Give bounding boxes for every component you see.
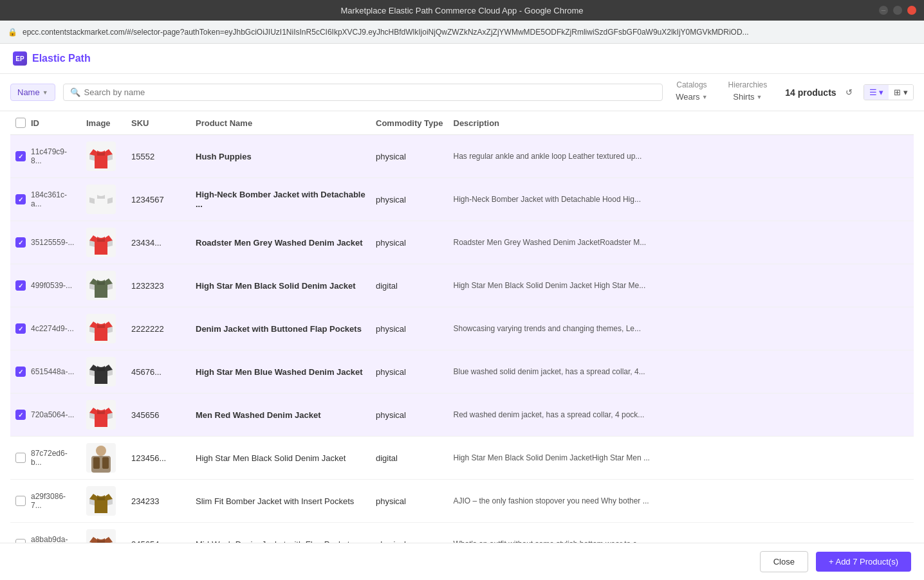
footer: Close + Add 7 Product(s) <box>0 543 924 580</box>
products-table: ID Image SKU Product Name Commodity Type… <box>10 111 914 563</box>
list-view-button[interactable]: ☰ ▾ <box>864 85 889 100</box>
cell-sku: 123456... <box>126 437 190 480</box>
cell-id: 6515448a-... <box>10 350 81 394</box>
cell-id: a29f3086-7... <box>10 480 81 523</box>
cell-name: High Star Men Black Solid Denim Jacket <box>190 264 371 307</box>
app-header: EP Elastic Path <box>0 44 924 74</box>
cell-type: physical <box>371 135 448 178</box>
header-description: Description <box>448 111 914 135</box>
cell-description: AJIO – the only fashion stopover you nee… <box>448 480 914 523</box>
shirts-filter-button[interactable]: Shirts ▼ <box>728 89 767 104</box>
cell-image <box>81 437 126 480</box>
header-image: Image <box>81 111 126 135</box>
cell-type: physical <box>371 394 448 437</box>
table-row: 720a5064-... 345656 Men Red Washed Denim… <box>10 394 914 437</box>
product-image <box>86 228 116 257</box>
cell-name: Men Red Washed Denim Jacket <box>190 394 371 437</box>
row-checkbox[interactable] <box>15 194 26 204</box>
cell-type: physical <box>371 178 448 221</box>
cell-sku: 234233 <box>126 480 190 523</box>
row-checkbox[interactable] <box>15 280 26 291</box>
grid-view-button[interactable]: ⊞ ▾ <box>889 85 913 100</box>
row-checkbox[interactable] <box>15 453 26 463</box>
search-icon: 🔍 <box>70 87 80 97</box>
cell-image <box>81 307 126 350</box>
table-header: ID Image SKU Product Name Commodity Type… <box>10 111 914 135</box>
cell-description: High Star Men Black Solid Denim JacketHi… <box>448 437 914 480</box>
shirts-label: Shirts <box>733 92 754 102</box>
cell-id: 35125559-... <box>10 221 81 264</box>
cell-id: 720a5064-... <box>10 394 81 437</box>
product-image <box>86 185 116 214</box>
table-row: 87c72ed6-b... 123456... High Star Men Bl… <box>10 437 914 480</box>
row-checkbox[interactable] <box>15 496 26 506</box>
product-image <box>86 314 116 343</box>
row-checkbox[interactable] <box>15 323 26 334</box>
wears-filter-button[interactable]: Wears ▼ <box>670 89 712 104</box>
select-all-checkbox[interactable] <box>15 118 26 128</box>
logo: EP Elastic Path <box>13 51 91 66</box>
minimize-button[interactable]: ─ <box>879 6 888 15</box>
cell-name: Denim Jacket with Buttoned Flap Pockets <box>190 307 371 350</box>
header-commodity-type: Commodity Type <box>371 111 448 135</box>
cell-image <box>81 350 126 394</box>
cell-description: Blue washed solid denim jacket, has a sp… <box>448 350 914 394</box>
add-products-button[interactable]: + Add 7 Product(s) <box>816 552 911 572</box>
cell-type: physical <box>371 350 448 394</box>
row-checkbox[interactable] <box>15 367 26 377</box>
add-label: + Add 7 Product(s) <box>829 557 898 566</box>
product-image <box>86 141 116 171</box>
cell-description: Red washed denim jacket, has a spread co… <box>448 394 914 437</box>
cell-sku: 2222222 <box>126 307 190 350</box>
table-body: 11c479c9-8... 15552 Hush Puppies physica… <box>10 135 914 563</box>
row-checkbox[interactable] <box>15 410 26 420</box>
refresh-button[interactable]: ↺ <box>840 84 858 102</box>
cell-sku: 15552 <box>126 135 190 178</box>
product-image <box>86 400 116 430</box>
url-text[interactable]: epcc.contentstackmarket.com/#/selector-p… <box>23 28 916 37</box>
cell-description: High-Neck Bomber Jacket with Detachable … <box>448 178 914 221</box>
cell-id: 499f0539-... <box>10 264 81 307</box>
table-row: a29f3086-7... 234233 Slim Fit Bomber Jac… <box>10 480 914 523</box>
row-checkbox[interactable] <box>15 151 26 161</box>
table-row: 499f0539-... 1232323 High Star Men Black… <box>10 264 914 307</box>
view-toggle: ☰ ▾ ⊞ ▾ <box>864 84 914 100</box>
cell-sku: 23434... <box>126 221 190 264</box>
close-window-button[interactable]: ✕ <box>907 6 916 15</box>
browser-titlebar: Marketplace Elastic Path Commerce Cloud … <box>0 0 924 21</box>
wears-chevron-icon: ▼ <box>702 94 708 100</box>
maximize-button[interactable]: □ <box>893 6 902 15</box>
cell-id: 4c2274d9-... <box>10 307 81 350</box>
cell-description: Showcasing varying trends and changing t… <box>448 307 914 350</box>
cell-description: Roadster Men Grey Washed Denim JacketRoa… <box>448 221 914 264</box>
catalogs-label: Catalogs <box>671 80 712 89</box>
browser-title: Marketplace Elastic Path Commerce Cloud … <box>340 6 583 15</box>
address-bar: 🔒 epcc.contentstackmarket.com/#/selector… <box>0 21 924 44</box>
cell-type: digital <box>371 437 448 480</box>
header-checkbox-col: ID <box>10 111 81 135</box>
search-box: 🔍 <box>63 84 663 101</box>
header-id: ID <box>31 118 39 128</box>
row-checkbox[interactable] <box>15 237 26 248</box>
cell-sku: 1232323 <box>126 264 190 307</box>
products-table-container: ID Image SKU Product Name Commodity Type… <box>0 111 924 563</box>
cell-image <box>81 480 126 523</box>
table-row: 11c479c9-8... 15552 Hush Puppies physica… <box>10 135 914 178</box>
table-row: 4c2274d9-... 2222222 Denim Jacket with B… <box>10 307 914 350</box>
logo-icon: EP <box>13 51 27 66</box>
cell-type: physical <box>371 480 448 523</box>
close-label: Close <box>773 557 795 566</box>
shirts-chevron-icon: ▼ <box>757 94 762 100</box>
product-image <box>86 486 116 516</box>
product-image <box>86 443 116 473</box>
table-row: 6515448a-... 45676... High Star Men Blue… <box>10 350 914 394</box>
name-filter-button[interactable]: Name ▼ <box>10 84 55 101</box>
hierarchies-label: Hierarchies <box>723 80 773 89</box>
cell-image <box>81 264 126 307</box>
cell-image <box>81 178 126 221</box>
search-input[interactable] <box>84 87 656 97</box>
close-button[interactable]: Close <box>760 551 808 572</box>
lock-icon: 🔒 <box>8 28 17 37</box>
table-row: 35125559-... 23434... Roadster Men Grey … <box>10 221 914 264</box>
catalogs-filter: Catalogs Wears ▼ <box>670 80 712 104</box>
